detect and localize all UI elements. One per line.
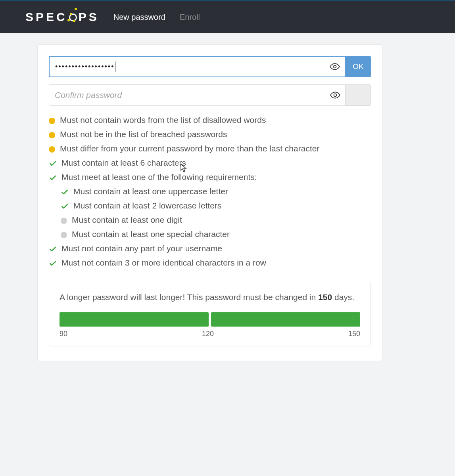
check-icon <box>49 174 57 182</box>
ok-button[interactable]: OK <box>346 56 371 77</box>
check-icon <box>61 188 69 196</box>
rule-item: Must contain at least one digit <box>49 213 371 227</box>
rule-item: Must contain at least one special charac… <box>49 227 371 241</box>
expiry-bar-segment <box>60 312 209 327</box>
rule-item: Must not contain words from the list of … <box>49 113 371 127</box>
eye-icon[interactable] <box>330 61 340 72</box>
rule-item: Must meet at least one of the following … <box>49 170 371 184</box>
confirm-placeholder: Confirm password <box>55 90 122 100</box>
rule-text: Must not contain words from the list of … <box>60 115 266 125</box>
rule-text: Must contain at least 6 characters <box>61 158 186 168</box>
rule-text: Must contain at least one uppercase lett… <box>73 187 228 196</box>
rules-list: Must not contain words from the list of … <box>49 113 371 270</box>
svg-point-1 <box>334 94 337 97</box>
top-bar: SPEC PS New password Enroll <box>0 0 455 33</box>
pending-dot-icon <box>49 146 55 153</box>
svg-point-0 <box>334 65 336 68</box>
rule-item: Must not contain 3 or more identical cha… <box>49 256 371 270</box>
check-icon <box>61 203 69 210</box>
password-card: •••••••••••••••••• OK Confirm password M… <box>37 44 382 361</box>
rule-item: Must contain at least one uppercase lett… <box>49 184 371 199</box>
check-icon <box>49 245 57 253</box>
rule-item: Must contain at least 2 lowercase letter… <box>49 199 371 213</box>
confirm-row: Confirm password <box>49 84 371 106</box>
rule-text: Must not be in the list of breached pass… <box>60 130 227 139</box>
confirm-ok-button-disabled <box>346 84 371 106</box>
rule-text: Must contain at least one special charac… <box>72 229 230 239</box>
tick-label: 120 <box>202 330 214 338</box>
eye-icon[interactable] <box>330 90 340 100</box>
rule-text: Must not contain any part of your userna… <box>61 244 222 253</box>
text-caret <box>115 61 115 72</box>
rule-item: Must not be in the list of breached pass… <box>49 127 371 141</box>
tick-label: 150 <box>348 330 360 338</box>
brand-logo: SPEC PS <box>25 10 99 24</box>
rule-text: Must contain at least one digit <box>72 215 182 225</box>
expiry-box: A longer password will last longer! This… <box>49 282 371 346</box>
confirm-password-input[interactable]: Confirm password <box>49 84 346 106</box>
expiry-bars <box>60 312 360 327</box>
rule-text: Must not contain 3 or more identical cha… <box>61 258 266 268</box>
pending-dot-icon <box>49 118 55 124</box>
rule-item: Must contain at least 6 characters <box>49 156 371 170</box>
rule-text: Must differ from your current password b… <box>60 144 319 153</box>
rule-item: Must differ from your current password b… <box>49 141 371 156</box>
nav-new-password[interactable]: New password <box>113 13 165 22</box>
check-icon <box>49 260 57 268</box>
password-row: •••••••••••••••••• OK <box>49 56 371 77</box>
expiry-text: A longer password will last longer! This… <box>60 291 360 304</box>
tick-label: 90 <box>60 330 67 338</box>
expiry-ticks: 90 120 150 <box>60 330 360 338</box>
pending-dot-icon <box>49 132 55 138</box>
password-masked-value: •••••••••••••••••• <box>55 63 114 71</box>
rule-text: Must contain at least 2 lowercase letter… <box>73 201 222 210</box>
neutral-dot-icon <box>61 218 67 224</box>
check-icon <box>49 160 57 168</box>
nav-enroll[interactable]: Enroll <box>180 13 200 22</box>
expiry-bar-segment <box>211 312 360 327</box>
password-input[interactable]: •••••••••••••••••• <box>49 56 346 77</box>
neutral-dot-icon <box>61 232 67 238</box>
rule-text: Must meet at least one of the following … <box>61 172 257 182</box>
rule-item: Must not contain any part of your userna… <box>49 241 371 256</box>
